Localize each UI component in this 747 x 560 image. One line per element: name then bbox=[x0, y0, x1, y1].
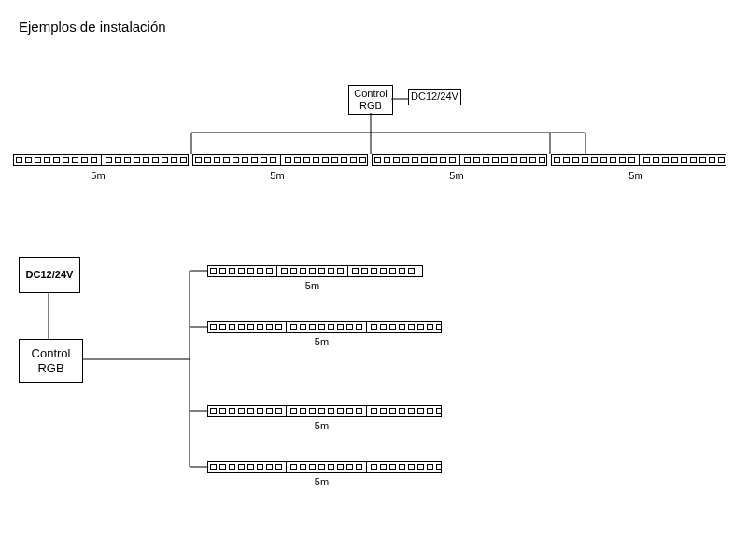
led-strip bbox=[207, 461, 442, 473]
strip-length: 5m bbox=[207, 336, 436, 347]
led-strip bbox=[207, 265, 423, 277]
led-strip bbox=[192, 154, 368, 166]
strip-length: 5m bbox=[207, 420, 436, 431]
strip-length: 5m bbox=[207, 476, 436, 487]
bottom-power-box: DC12/24V bbox=[19, 257, 80, 293]
led-strip bbox=[207, 321, 442, 333]
top-controller-box: Control RGB bbox=[348, 85, 393, 115]
strip-length: 5m bbox=[13, 170, 183, 181]
led-strip bbox=[207, 405, 442, 417]
strip-length: 5m bbox=[372, 170, 542, 181]
led-strip bbox=[551, 154, 726, 166]
page-title: Ejemplos de instalación bbox=[19, 19, 166, 35]
strip-length: 5m bbox=[551, 170, 721, 181]
top-power-box: DC12/24V bbox=[408, 89, 461, 105]
strip-length: 5m bbox=[192, 170, 362, 181]
led-strip bbox=[13, 154, 189, 166]
led-strip bbox=[372, 154, 547, 166]
strip-length: 5m bbox=[207, 280, 417, 291]
bottom-controller-box: Control RGB bbox=[19, 339, 83, 383]
